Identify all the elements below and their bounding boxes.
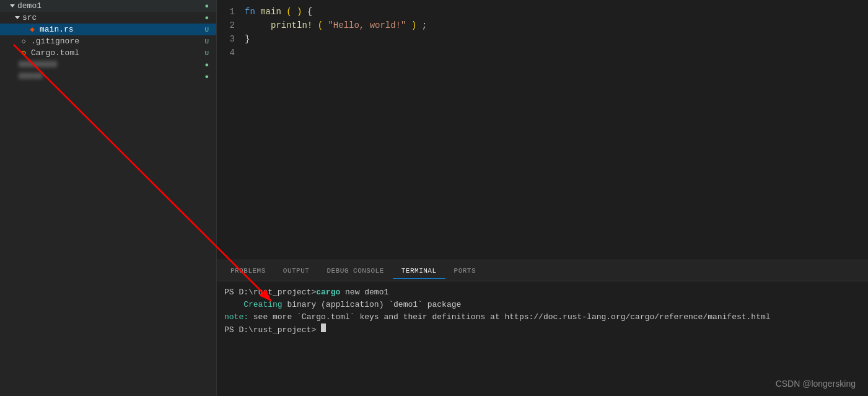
sidebar-item-gitignore[interactable]: ◇ .gitignore U bbox=[0, 35, 216, 47]
line-number: 1 bbox=[217, 5, 245, 19]
chevron-down-icon bbox=[15, 16, 20, 19]
tab-debug-console[interactable]: DEBUG CONSOLE bbox=[318, 263, 392, 279]
code-content: fn main ( ) { bbox=[245, 5, 868, 19]
sidebar-item-label: XXXXX bbox=[19, 72, 204, 81]
sidebar-item-label: demo1 bbox=[17, 1, 204, 11]
line-number: 3 bbox=[217, 32, 245, 46]
chevron-down-icon bbox=[10, 4, 15, 7]
sidebar-item-blurred1[interactable]: XXXXXXXX ● bbox=[0, 59, 216, 71]
code-line-1: 1 fn main ( ) { bbox=[217, 5, 868, 19]
sidebar-item-badge: ● bbox=[204, 61, 214, 69]
sidebar-item-badge: U bbox=[204, 38, 214, 45]
panel-tab-bar: PROBLEMS OUTPUT DEBUG CONSOLE TERMINAL P… bbox=[217, 260, 868, 281]
tab-output[interactable]: OUTPUT bbox=[274, 263, 318, 279]
file-icon: ◇ bbox=[19, 37, 28, 46]
terminal-line-cmd: PS D:\rust_project> cargo new demo1 bbox=[224, 286, 861, 299]
sidebar-item-label: XXXXXXXX bbox=[19, 60, 204, 69]
sidebar-item-badge: U bbox=[204, 26, 214, 33]
sidebar-item-label: main.rs bbox=[40, 25, 204, 34]
code-line-2: 2 println! ( "Hello, world!" ) ; bbox=[217, 19, 868, 32]
sidebar-item-label: Cargo.toml bbox=[31, 48, 204, 58]
terminal-note-label: note: bbox=[224, 311, 248, 323]
sidebar-item-badge: ● bbox=[204, 73, 214, 81]
terminal-creating-label: Creating bbox=[243, 299, 282, 311]
terminal-line-prompt2: PS D:\rust_project> bbox=[224, 323, 861, 337]
sidebar-item-cargo-toml[interactable]: ⚙ Cargo.toml U bbox=[0, 47, 216, 59]
line-number: 2 bbox=[217, 19, 245, 32]
terminal-args: new demo1 bbox=[340, 286, 388, 299]
terminal-prompt2: PS D:\rust_project> bbox=[224, 324, 321, 337]
code-line-4: 4 bbox=[217, 46, 868, 59]
code-line-3: 3 } bbox=[217, 32, 868, 46]
tab-problems[interactable]: PROBLEMS bbox=[222, 263, 274, 279]
sidebar-item-demo1[interactable]: demo1 ● bbox=[0, 0, 216, 12]
terminal-note-text: see more `Cargo.toml` keys and their def… bbox=[248, 311, 771, 323]
line-number: 4 bbox=[217, 46, 245, 59]
code-content: println! ( "Hello, world!" ) ; bbox=[245, 19, 868, 32]
code-content: } bbox=[245, 32, 868, 46]
sidebar-item-blurred2[interactable]: XXXXX ● bbox=[0, 71, 216, 82]
terminal-cmd: cargo bbox=[316, 286, 340, 299]
terminal-creating-rest: binary (application) `demo1` package bbox=[283, 299, 462, 311]
terminal-indent bbox=[224, 299, 243, 311]
terminal-prompt: PS D:\rust_project> bbox=[224, 286, 316, 299]
sidebar-item-src[interactable]: src ● bbox=[0, 12, 216, 24]
terminal-output[interactable]: PS D:\rust_project> cargo new demo1 Crea… bbox=[217, 281, 868, 396]
sidebar-item-badge: U bbox=[204, 50, 214, 57]
sidebar: demo1 ● src ● ◆ main.rs U ◇ .gitignore U… bbox=[0, 0, 217, 396]
sidebar-item-badge: ● bbox=[204, 14, 214, 22]
rust-file-icon: ◆ bbox=[27, 25, 37, 34]
code-content bbox=[245, 46, 868, 59]
bottom-panel: PROBLEMS OUTPUT DEBUG CONSOLE TERMINAL P… bbox=[217, 260, 868, 396]
sidebar-item-label: src bbox=[22, 13, 204, 22]
terminal-line-creating: Creating binary (application) `demo1` pa… bbox=[224, 299, 861, 311]
main-area: 1 fn main ( ) { 2 println! ( "Hello, wor… bbox=[217, 0, 868, 396]
tab-terminal[interactable]: TERMINAL bbox=[393, 263, 445, 279]
sidebar-item-label: .gitignore bbox=[31, 37, 204, 46]
terminal-line-note: note: see more `Cargo.toml` keys and the… bbox=[224, 311, 861, 323]
toml-file-icon: ⚙ bbox=[19, 48, 28, 58]
sidebar-item-main-rs[interactable]: ◆ main.rs U bbox=[0, 24, 216, 35]
sidebar-item-badge: ● bbox=[204, 2, 214, 10]
terminal-cursor bbox=[321, 323, 326, 332]
tab-ports[interactable]: PORTS bbox=[445, 263, 485, 279]
code-editor[interactable]: 1 fn main ( ) { 2 println! ( "Hello, wor… bbox=[217, 0, 868, 260]
